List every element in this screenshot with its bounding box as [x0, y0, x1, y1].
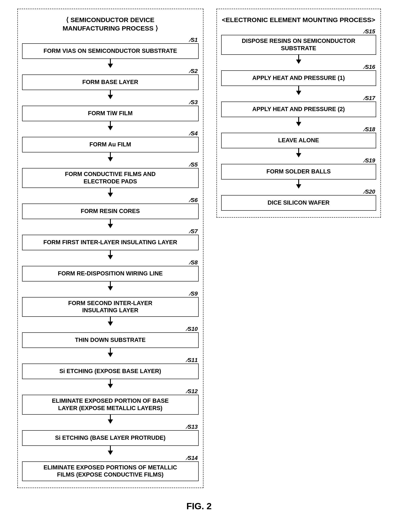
arrow [22, 121, 199, 130]
arrow-line [110, 90, 111, 95]
arrow [221, 55, 376, 64]
arrow-line [110, 281, 111, 286]
arrow-head [108, 286, 113, 291]
right-title: <ELECTRONIC ELEMENT MOUNTING PROCESS> [222, 16, 375, 24]
step-id: ∕S15 [364, 28, 375, 35]
arrow-head [296, 153, 301, 158]
arrow-line [298, 148, 299, 153]
step-id: ∕S7 [190, 228, 198, 235]
step-label-row: ∕S4 [22, 130, 199, 137]
arrow-line [298, 179, 299, 184]
step-label-row: ∕S13 [22, 424, 199, 430]
step-id: ∕S14 [187, 455, 198, 462]
step-id: ∕S19 [364, 157, 375, 164]
step-label-row: ∕S2 [22, 68, 199, 75]
arrow [22, 317, 199, 326]
main-container: ⟨ SEMICONDUCTOR DEVICEMANUFACTURING PROC… [13, 9, 385, 488]
step-label-row: ∕S8 [22, 260, 199, 266]
step-label-row: ∕S18 [221, 126, 376, 133]
arrow-line [298, 117, 299, 122]
arrow [22, 415, 199, 424]
arrow-head [296, 122, 301, 126]
step-id: ∕S2 [190, 68, 198, 75]
step-id: ∕S20 [364, 188, 375, 195]
step-box-s11: Si ETCHING (EXPOSE BASE LAYER) [22, 364, 199, 379]
figure-label: FIG. 2 [186, 501, 212, 511]
arrow-line [110, 317, 111, 322]
step-id: ∕S17 [364, 95, 375, 101]
arrow-line [110, 250, 111, 255]
step-id: ∕S8 [190, 259, 198, 266]
step-box-s1: FORM VIAS ON SEMICONDUCTOR SUBSTRATE [22, 43, 199, 59]
step-id: ∕S10 [187, 326, 198, 332]
step-label-row: ∕S9 [22, 291, 199, 297]
arrow-line [110, 59, 111, 64]
step-id: ∕S5 [190, 161, 198, 168]
arrow [22, 90, 199, 99]
arrow-line [110, 379, 111, 384]
step-id: ∕S1 [190, 37, 198, 43]
arrow-head [296, 60, 301, 64]
arrow-line [110, 446, 111, 450]
step-id: ∕S4 [190, 130, 198, 137]
step-box-s5: FORM CONDUCTIVE FILMS ANDELECTRODE PADS [22, 168, 199, 188]
arrow-head [108, 193, 113, 197]
arrow-head [108, 126, 113, 130]
step-box-s13: Si ETCHING (BASE LAYER PROTRUDE) [22, 430, 199, 446]
step-box-s14: ELIMINATE EXPOSED PORTIONS OF METALLICFI… [22, 462, 199, 481]
arrow [221, 86, 376, 95]
arrow [22, 188, 199, 197]
arrow [221, 117, 376, 126]
step-box-s16: APPLY HEAT AND PRESSURE (1) [221, 70, 376, 86]
step-id: ∕S9 [190, 290, 198, 297]
step-box-s15: DISPOSE RESINS ON SEMICONDUCTORSUBSTRATE [221, 35, 376, 55]
step-label-row: ∕S7 [22, 228, 199, 235]
arrow-head [108, 64, 113, 68]
arrow-line [298, 86, 299, 91]
arrow [22, 152, 199, 162]
left-flowchart: ⟨ SEMICONDUCTOR DEVICEMANUFACTURING PROC… [17, 9, 203, 488]
step-box-s12: ELIMINATE EXPOSED PORTION OF BASELAYER (… [22, 395, 199, 415]
step-box-s18: LEAVE ALONE [221, 133, 376, 148]
arrow-line [110, 415, 111, 419]
arrow-head [108, 157, 113, 162]
step-label-row: ∕S12 [22, 388, 199, 395]
arrow-head [108, 450, 113, 455]
step-label-row: ∕S11 [22, 357, 199, 364]
arrow [221, 148, 376, 158]
arrow-head [108, 384, 113, 388]
step-id: ∕S18 [364, 126, 375, 133]
step-label-row: ∕S15 [221, 28, 376, 35]
step-label-row: ∕S17 [221, 95, 376, 101]
arrow [22, 250, 199, 260]
step-label-row: ∕S20 [221, 189, 376, 195]
step-label-row: ∕S10 [22, 326, 199, 332]
right-steps: ∕S15DISPOSE RESINS ON SEMICONDUCTORSUBST… [221, 28, 376, 211]
step-box-s8: FORM RE-DISPOSITION WIRING LINE [22, 266, 199, 281]
step-box-s3: FORM TiW FILM [22, 106, 199, 121]
arrow-line [110, 219, 111, 224]
arrow [22, 446, 199, 455]
arrow-line [110, 152, 111, 157]
step-box-s2: FORM BASE LAYER [22, 75, 199, 90]
step-id: ∕S12 [187, 388, 198, 395]
step-box-s4: FORM Au FILM [22, 137, 199, 152]
arrow [22, 348, 199, 357]
step-box-s7: FORM FIRST INTER-LAYER INSULATING LAYER [22, 235, 199, 250]
step-box-s9: FORM SECOND INTER-LAYERINSULATING LAYER [22, 297, 199, 317]
arrow [22, 281, 199, 291]
step-label-row: ∕S5 [22, 162, 199, 168]
step-box-s10: THIN DOWN SUBSTRATE [22, 332, 199, 348]
step-box-s19: FORM SOLDER BALLS [221, 164, 376, 179]
step-id: ∕S6 [190, 197, 198, 203]
arrow-line [110, 348, 111, 353]
arrow-head [108, 353, 113, 357]
left-steps: ∕S1FORM VIAS ON SEMICONDUCTOR SUBSTRATE∕… [22, 37, 199, 481]
arrow-line [298, 55, 299, 60]
step-label-row: ∕S16 [221, 64, 376, 70]
arrow-line [110, 188, 111, 193]
arrow-head [108, 255, 113, 260]
arrow-head [108, 224, 113, 228]
arrow [221, 179, 376, 189]
step-label-row: ∕S3 [22, 99, 199, 106]
